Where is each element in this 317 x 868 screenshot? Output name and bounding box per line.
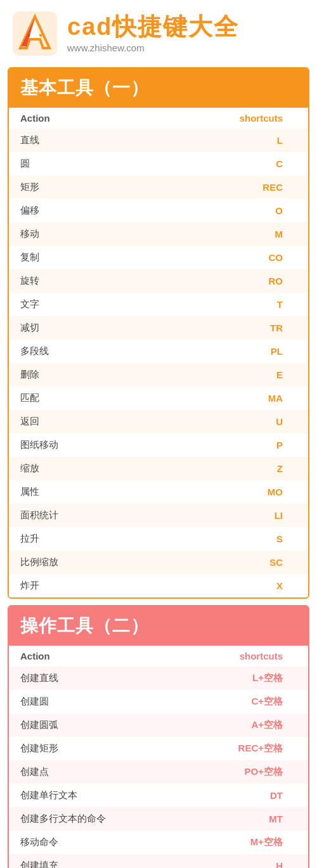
action-cell: 旋转 — [9, 269, 138, 293]
table-row: 创建多行文本的命令 MT — [9, 807, 308, 831]
table-row: 移动 M — [9, 222, 308, 246]
action-cell: 文字 — [9, 293, 138, 316]
table-row: 偏移 O — [9, 199, 308, 222]
table-row: 匹配 MA — [9, 386, 308, 410]
action-cell: 创建填充 — [9, 854, 180, 868]
table-row: 创建填充 H — [9, 854, 308, 868]
section2-title: 操作工具（二） — [20, 616, 149, 635]
table-row: 属性 MO — [9, 480, 308, 504]
section1-title: 基本工具（一） — [20, 78, 149, 98]
section1-col-action-header: Action — [9, 108, 138, 129]
shortcut-cell: O — [138, 199, 308, 222]
table-row: 旋转 RO — [9, 269, 308, 293]
table-row: 矩形 REC — [9, 176, 308, 199]
shortcut-cell: C — [138, 152, 308, 176]
shortcut-cell: MA — [138, 386, 308, 410]
section1-table: Action shortcuts 直线 L 圆 C 矩形 REC 偏移 O 移动… — [9, 108, 308, 597]
action-cell: 偏移 — [9, 199, 138, 222]
shortcut-cell: T — [138, 293, 308, 316]
action-cell: 炸开 — [9, 574, 138, 597]
section2-col-shortcut-header: shortcuts — [180, 646, 308, 667]
section2-table: Action shortcuts 创建直线 L+空格 创建圆 C+空格 创建圆弧… — [9, 646, 308, 868]
action-cell: 创建矩形 — [9, 737, 180, 760]
action-cell: 减切 — [9, 316, 138, 340]
shortcut-cell: MT — [180, 807, 308, 831]
action-cell: 创建圆 — [9, 690, 180, 713]
shortcut-cell: PL — [138, 340, 308, 363]
action-cell: 移动 — [9, 222, 138, 246]
table-row: 文字 T — [9, 293, 308, 316]
shortcut-cell: MO — [138, 480, 308, 504]
table-row: 直线 L — [9, 129, 308, 152]
action-cell: 直线 — [9, 129, 138, 152]
header: cad快捷键大全 www.zhishew.com — [0, 0, 317, 61]
shortcut-cell: CO — [138, 246, 308, 269]
table-row: 复制 CO — [9, 246, 308, 269]
section2-col-action-header: Action — [9, 646, 180, 667]
table-row: 创建点 PO+空格 — [9, 760, 308, 784]
section-basic-tools: 基本工具（一） Action shortcuts 直线 L 圆 C 矩形 REC… — [8, 67, 309, 599]
shortcut-cell: P — [138, 433, 308, 457]
table-row: 图纸移动 P — [9, 433, 308, 457]
action-cell: 匹配 — [9, 386, 138, 410]
section1-col-shortcut-header: shortcuts — [138, 108, 308, 129]
table-row: 拉升 S — [9, 527, 308, 551]
shortcut-cell: M+空格 — [180, 831, 308, 854]
action-cell: 矩形 — [9, 176, 138, 199]
action-cell: 图纸移动 — [9, 433, 138, 457]
action-cell: 面积统计 — [9, 504, 138, 527]
shortcut-cell: RO — [138, 269, 308, 293]
autocad-logo-icon — [13, 11, 57, 56]
table-row: 多段线 PL — [9, 340, 308, 363]
table-row: 炸开 X — [9, 574, 308, 597]
shortcut-cell: LI — [138, 504, 308, 527]
section2-header: 操作工具（二） — [9, 606, 308, 646]
table-row: 减切 TR — [9, 316, 308, 340]
table-row: 缩放 Z — [9, 457, 308, 480]
shortcut-cell: X — [138, 574, 308, 597]
section2-table-header-row: Action shortcuts — [9, 646, 308, 667]
svg-rect-5 — [30, 34, 39, 37]
action-cell: 缩放 — [9, 457, 138, 480]
shortcut-cell: PO+空格 — [180, 760, 308, 784]
shortcut-cell: L — [138, 129, 308, 152]
table-row: 返回 U — [9, 410, 308, 433]
shortcut-cell: H — [180, 854, 308, 868]
action-cell: 圆 — [9, 152, 138, 176]
action-cell: 移动命令 — [9, 831, 180, 854]
action-cell: 删除 — [9, 363, 138, 386]
table-row: 比例缩放 SC — [9, 551, 308, 574]
table-row: 创建圆弧 A+空格 — [9, 713, 308, 737]
shortcut-cell: L+空格 — [180, 667, 308, 690]
website-url: www.zhishew.com — [67, 42, 239, 53]
action-cell: 创建点 — [9, 760, 180, 784]
app-title: cad快捷键大全 — [67, 14, 239, 41]
table-row: 创建单行文本 DT — [9, 784, 308, 807]
action-cell: 复制 — [9, 246, 138, 269]
table-row: 创建直线 L+空格 — [9, 667, 308, 690]
shortcut-cell: C+空格 — [180, 690, 308, 713]
shortcut-cell: REC — [138, 176, 308, 199]
action-cell: 比例缩放 — [9, 551, 138, 574]
shortcut-cell: SC — [138, 551, 308, 574]
table-row: 删除 E — [9, 363, 308, 386]
shortcut-cell: M — [138, 222, 308, 246]
shortcut-cell: DT — [180, 784, 308, 807]
action-cell: 属性 — [9, 480, 138, 504]
action-cell: 创建圆弧 — [9, 713, 180, 737]
section-operation-tools: 操作工具（二） Action shortcuts 创建直线 L+空格 创建圆 C… — [8, 605, 309, 868]
table-row: 创建矩形 REC+空格 — [9, 737, 308, 760]
shortcut-cell: Z — [138, 457, 308, 480]
action-cell: 创建多行文本的命令 — [9, 807, 180, 831]
shortcut-cell: S — [138, 527, 308, 551]
table-row: 创建圆 C+空格 — [9, 690, 308, 713]
table-row: 圆 C — [9, 152, 308, 176]
shortcut-cell: REC+空格 — [180, 737, 308, 760]
section1-table-header-row: Action shortcuts — [9, 108, 308, 129]
table-row: 面积统计 LI — [9, 504, 308, 527]
shortcut-cell: E — [138, 363, 308, 386]
action-cell: 创建直线 — [9, 667, 180, 690]
action-cell: 多段线 — [9, 340, 138, 363]
section1-header: 基本工具（一） — [9, 68, 308, 108]
shortcut-cell: A+空格 — [180, 713, 308, 737]
